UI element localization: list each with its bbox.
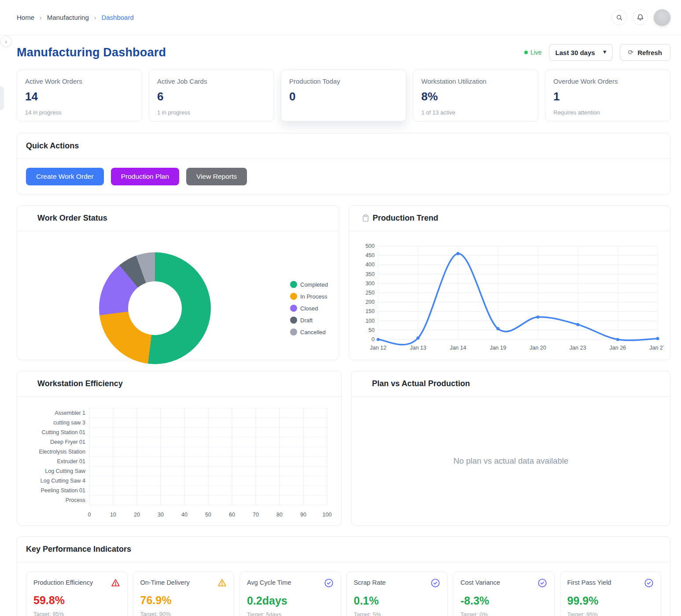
y-tick-label: 300 (365, 280, 375, 287)
kpi-target: Target: 95% (33, 611, 120, 616)
legend-label: In Process (300, 293, 327, 300)
stat-card: Production Today0 (281, 70, 406, 122)
quick-actions-title: Quick Actions (17, 133, 670, 159)
check-circle-icon (537, 578, 547, 590)
kpi-value: 0.2days (247, 594, 334, 607)
sidebar-collapse-button[interactable]: ‹ (0, 36, 12, 47)
legend-dot-icon (290, 317, 297, 324)
quick-actions-buttons: Create Work OrderProduction PlanView Rep… (17, 159, 670, 194)
plan-vs-actual-card: Plan vs Actual Production No plan vs act… (351, 371, 670, 526)
donut-hole (128, 281, 182, 335)
trend-line (378, 254, 658, 345)
breadcrumb-item-dashboard: Dashboard (101, 14, 133, 21)
kpi-target: Target: 0% (460, 611, 547, 616)
legend-item-completed[interactable]: Completed (290, 281, 328, 288)
charts-row-1: Work Order Status CompletedIn ProcessClo… (17, 205, 670, 360)
refresh-button[interactable]: ⟳ Refresh (620, 44, 670, 61)
plan-vs-actual-empty-message: No plan vs actual data available (352, 397, 670, 525)
kpi-label: Cost Variance (460, 578, 500, 586)
x-tick-label: 60 (229, 512, 235, 518)
legend-item-draft[interactable]: Draft (290, 317, 328, 324)
x-tick-label: 20 (134, 512, 140, 518)
kpi-card-top: Avg Cycle Time (247, 578, 334, 590)
y-axis: 050100150200250300350400450500 (365, 243, 658, 343)
data-point-marker[interactable] (496, 327, 499, 330)
legend-item-closed[interactable]: Closed (290, 305, 328, 312)
work-order-status-chart-body: CompletedIn ProcessClosedDraftCancelled (17, 231, 339, 385)
stats-row: Active Work Orders1414 in progressActive… (17, 70, 670, 122)
page-title: Manufacturing Dashboard (17, 46, 166, 59)
kpi-label: First Pass Yield (567, 578, 611, 586)
breadcrumb-separator-icon: › (40, 14, 42, 21)
stat-value: 0 (289, 90, 398, 103)
legend-label: Cancelled (300, 329, 326, 336)
kpi-card-top: First Pass Yield (567, 578, 654, 590)
legend-dot-icon (290, 328, 297, 336)
x-tick-label: Jan 19 (490, 345, 506, 351)
y-tick-label: 50 (368, 327, 375, 333)
warning-icon (217, 578, 227, 589)
production-plan-button[interactable]: Production Plan (111, 168, 179, 185)
kpi-card-top: Cost Variance (460, 578, 547, 590)
kpi-card: Scrap Rate0.1%Target: 5% (346, 571, 448, 616)
work-order-status-card: Work Order Status CompletedIn ProcessClo… (17, 205, 339, 360)
data-point-marker[interactable] (616, 338, 619, 341)
workstation-efficiency-chart[interactable]: 0102030405060708090100Assembler 1cutting… (17, 397, 341, 525)
search-button[interactable] (611, 10, 627, 25)
legend-item-in-process[interactable]: In Process (290, 293, 328, 300)
data-point-marker[interactable] (536, 316, 539, 319)
data-point-marker[interactable] (376, 338, 379, 341)
stat-label: Active Job Cards (157, 77, 266, 85)
workstation-efficiency-card: Workstation Efficiency 01020304050607080… (17, 371, 342, 526)
stat-label: Workstation Utilization (421, 77, 530, 85)
charts-row-2: Workstation Efficiency 01020304050607080… (17, 371, 670, 526)
breadcrumb-item-manufacturing[interactable]: Manufacturing (47, 14, 89, 21)
production-trend-title: Production Trend (373, 214, 438, 223)
legend-label: Completed (300, 281, 328, 288)
clipboard-icon (362, 214, 369, 222)
stat-subtitle: 14 in progress (25, 109, 134, 116)
kpi-card-top: Scrap Rate (354, 578, 441, 590)
x-tick-label: 10 (110, 512, 116, 518)
data-point-marker[interactable] (576, 323, 579, 326)
topbar: Home › Manufacturing › Dashboard (0, 0, 681, 35)
user-avatar[interactable] (654, 9, 670, 26)
data-point-marker[interactable] (656, 337, 659, 340)
work-order-status-donut-chart[interactable] (99, 252, 211, 364)
x-tick-label: 100 (323, 512, 332, 518)
data-point-marker[interactable] (416, 336, 420, 339)
sidebar-edge-handle[interactable] (0, 86, 4, 110)
x-tick-label: Jan 13 (409, 345, 426, 351)
plan-vs-actual-title: Plan vs Actual Production (352, 371, 670, 397)
x-tick-label: Jan 12 (370, 345, 387, 351)
category-label: Deep Fryer 01 (50, 439, 85, 445)
category-label: Log Cutting Saw (45, 468, 86, 474)
header-controls: Live Last 30 days ▼ ⟳ Refresh (524, 44, 670, 61)
live-status: Live (524, 49, 542, 56)
category-label: Assembler 1 (55, 410, 86, 416)
notifications-button[interactable] (633, 10, 648, 25)
view-reports-button[interactable]: View Reports (186, 168, 247, 185)
refresh-label: Refresh (637, 49, 662, 56)
kpi-label: Scrap Rate (354, 578, 386, 586)
breadcrumb-item-home[interactable]: Home (17, 14, 34, 21)
quick-actions-card: Quick Actions Create Work OrderProductio… (17, 133, 670, 195)
topbar-actions (611, 9, 670, 26)
x-tick-label: Jan 14 (449, 345, 466, 351)
date-range-select[interactable]: Last 30 days (549, 44, 613, 61)
main-content: Manufacturing Dashboard Live Last 30 day… (0, 42, 681, 616)
production-trend-chart[interactable]: 050100150200250300350400450500Jan 12Jan … (349, 231, 670, 360)
y-tick-label: 100 (365, 318, 375, 324)
category-label: cutting saw 3 (53, 420, 85, 426)
stat-label: Overdue Work Orders (553, 77, 662, 85)
kpi-row: Production Efficiency59.8%Target: 95%On-… (17, 562, 670, 616)
search-icon (616, 14, 623, 21)
legend-item-cancelled[interactable]: Cancelled (290, 328, 328, 336)
warning-icon (111, 578, 120, 589)
stat-subtitle: 1 in progress (157, 109, 266, 116)
create-work-order-button[interactable]: Create Work Order (26, 168, 104, 185)
data-point-marker[interactable] (456, 252, 459, 255)
kpi-card: Avg Cycle Time0.2daysTarget: 5days (239, 571, 341, 616)
chevron-left-icon: ‹ (5, 39, 7, 44)
category-label: Cutting Station 01 (42, 429, 85, 435)
